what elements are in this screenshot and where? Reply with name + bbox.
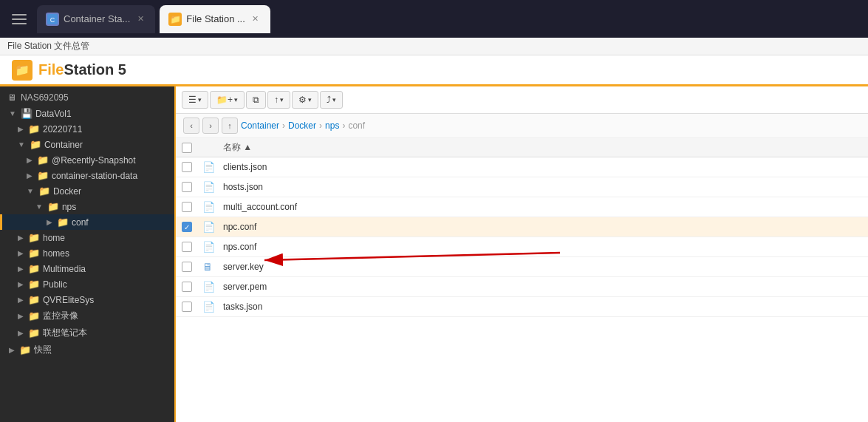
file-row[interactable]: 📄 hosts.json [176,177,868,197]
file-checkbox-clients[interactable] [182,162,192,172]
file-row[interactable]: 📄 tasks.json [176,297,868,317]
file-icon-cell-tasks: 📄 [202,301,223,313]
sidebar-item-public[interactable]: ▶ 📁 Public [0,276,174,292]
sidebar-item-container[interactable]: ▼ 📁 Container [0,137,174,152]
snapshot-arrow: ▶ [9,346,15,354]
sidebar-item-home[interactable]: ▶ 📁 home [0,230,174,245]
datavol1-label: DataVol1 [35,109,72,119]
file-generic-icon: 📄 [202,181,215,193]
sidebar-item-datavol1[interactable]: ▼ 💾 DataVol1 [0,106,174,121]
conf-arrow: ▶ [47,218,52,226]
file-row[interactable]: 📄 nps.conf [176,237,868,257]
surveillance-label: 监控录像 [43,310,78,322]
file-generic-icon: 📄 [202,201,215,213]
file-row[interactable]: 📄 clients.json [176,157,868,177]
sidebar-item-20220711[interactable]: ▶ 📁 20220711 [0,121,174,137]
conf-icon: 📁 [57,217,69,228]
upload-dropdown-icon: ▾ [280,96,284,103]
nas-label: NAS692095 [21,92,69,103]
header-name-cell[interactable]: 名称 ▲ [223,141,862,154]
file-row[interactable]: 📄 server.pem [176,277,868,297]
add-button[interactable]: 📁+ ▾ [210,91,245,109]
public-label: Public [43,279,67,290]
breadcrumb-forward-button[interactable]: › [202,118,219,134]
breadcrumb-docker[interactable]: Docker [288,120,316,131]
file-row-selected[interactable]: ✓ 📄 npc.conf [176,217,868,237]
file-checkbox-npc[interactable]: ✓ [182,222,192,232]
sidebar-item-qvrelitesys[interactable]: ▶ 📁 QVREliteSys [0,292,174,307]
breadcrumb-back-button[interactable]: ‹ [183,118,199,134]
nps-label: nps [62,202,76,212]
file-list: 名称 ▲ 📄 clients.json [176,138,868,422]
file-name-cell-serverkey: server.key [223,262,862,272]
header-checkbox-cell [182,143,202,153]
file-key-icon: 🖥 [202,261,213,273]
file-name-serverpem: server.pem [223,282,267,292]
tools-button[interactable]: ⚙ ▾ [292,91,318,109]
sidebar-item-container-station-data[interactable]: ▶ 📁 container-station-data [0,168,174,183]
sidebar-item-docker[interactable]: ▼ 📁 Docker [0,183,174,199]
file-name-cell-serverpem: server.pem [223,282,862,292]
add-icon: 📁+ [216,95,233,105]
docker-label: Docker [53,186,81,197]
breadcrumb-conf: conf [348,120,365,131]
file-checkbox-tasks[interactable] [182,302,192,312]
file-generic-icon: 📄 [202,301,215,313]
upload-button[interactable]: ↑ ▾ [267,91,290,109]
sidebar-item-lenovo[interactable]: ▶ 📁 联想笔记本 [0,324,174,341]
breadcrumb-nps[interactable]: nps [325,120,339,131]
share-button[interactable]: ⤴ ▾ [320,91,343,109]
file-station-tab-icon: 📁 [168,13,182,26]
container-station-tab-icon: C [46,13,59,26]
file-checkbox-cell [182,242,202,252]
public-arrow: ▶ [18,280,24,288]
file-name-tasks: tasks.json [223,302,262,312]
file-station-tab-close[interactable]: ✕ [250,13,262,25]
file-icon-cell-multi: 📄 [202,201,223,213]
breadcrumb-container[interactable]: Container [241,120,279,131]
app-header-text: File Station 文件总管 [7,40,89,52]
sidebar-item-recently-snapshot[interactable]: ▶ 📁 @Recently-Snapshot [0,152,174,168]
tab-container-station[interactable]: C Container Sta... ✕ [37,5,155,33]
header-checkbox[interactable] [182,143,192,153]
datavol1-icon: 💾 [21,108,33,119]
file-name-multi: multi_account.conf [223,202,297,212]
browser-menu-button[interactable] [6,6,33,33]
copy-button[interactable]: ⧉ [246,91,266,109]
view-toggle-button[interactable]: ☰ ▾ [182,91,208,109]
file-checkbox-serverpem[interactable] [182,282,192,292]
recently-snapshot-label: @Recently-Snapshot [52,155,136,166]
file-generic-icon: 📄 [202,281,215,293]
file-checkbox-hosts[interactable] [182,182,192,192]
sidebar-item-snapshot[interactable]: ▶ 📁 快照 [0,341,174,358]
file-checkbox-cell [182,182,202,192]
sidebar-item-nps[interactable]: ▼ 📁 nps [0,199,174,214]
sidebar-item-surveillance[interactable]: ▶ 📁 监控录像 [0,307,174,324]
svg-text:C: C [50,16,55,24]
container-station-tab-label: Container Sta... [64,13,130,24]
file-row[interactable]: 📄 multi_account.conf [176,197,868,217]
file-name-cell-tasks: tasks.json [223,302,862,312]
homes-arrow: ▶ [18,249,24,257]
tab-file-station[interactable]: 📁 File Station ... ✕ [160,5,270,33]
container-station-data-label: container-station-data [52,171,137,181]
file-checkbox-serverkey[interactable] [182,262,192,272]
file-checkbox-nps[interactable] [182,242,192,252]
sidebar-item-conf[interactable]: ▶ 📁 conf [0,214,174,230]
app-title-bar: 📁 FileStation 5 [0,55,868,86]
snapshot-icon: 📁 [19,344,31,355]
nas-header[interactable]: 🖥 NAS692095 [0,86,174,106]
multimedia-label: Multimedia [43,264,86,274]
qvrelitesys-icon: 📁 [28,294,40,305]
app-logo-icon: 📁 [12,60,33,81]
file-row[interactable]: 🖥 server.key [176,257,868,277]
file-checkbox-multi[interactable] [182,202,192,212]
container-station-tab-close[interactable]: ✕ [134,13,146,25]
sidebar-item-multimedia[interactable]: ▶ 📁 Multimedia [0,261,174,276]
docker-arrow: ▼ [27,187,34,195]
breadcrumb-up-button[interactable]: ↑ [222,118,238,134]
file-name-cell-npc: npc.conf [223,222,862,232]
sidebar-item-homes[interactable]: ▶ 📁 homes [0,245,174,261]
container-icon: 📁 [30,139,41,150]
public-icon: 📁 [28,279,40,290]
